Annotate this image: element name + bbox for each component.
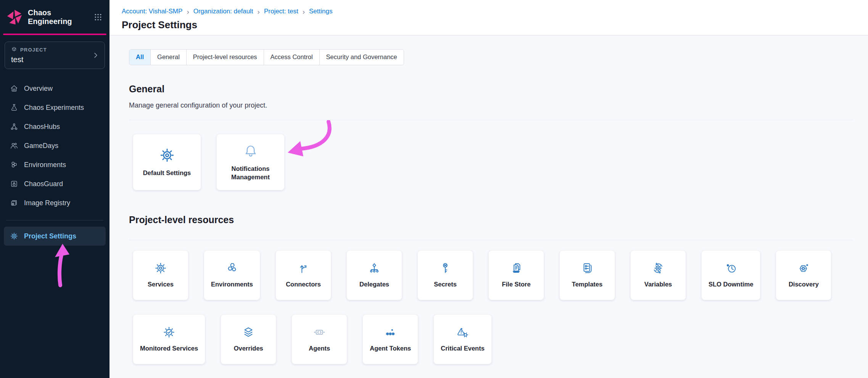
sidebar-item-gamedays[interactable]: GameDays [0,136,110,155]
code-agents-icon [313,326,326,339]
tab-access-control[interactable]: Access Control [264,50,320,65]
sidebar-divider [6,220,103,220]
sidebar-item-label: Project Settings [24,232,76,240]
section-title-resources: Project-level resources [129,214,853,225]
page-header: Account: Vishal-SMP › Organization: defa… [110,0,868,35]
card-label: Delegates [359,280,389,288]
chevron-right-icon[interactable] [92,52,99,59]
card-file-store[interactable]: File Store [488,250,544,300]
breadcrumb-link-project-test[interactable]: Project: test › [264,8,309,15]
tokens-icon [384,326,397,339]
section-title-general: General [129,84,853,95]
sidebar-item-label: GameDays [24,142,58,150]
sidebar-item-image-registry[interactable]: Image Registry [0,193,110,212]
sidebar-item-chaos-experiments[interactable]: Chaos Experiments [0,98,110,117]
section-general: General Manage general configuration of … [129,84,853,190]
card-label: Services [148,280,174,288]
card-variables[interactable]: Variables [630,250,686,300]
card-label: Connectors [286,280,321,288]
services-gear-icon [154,262,167,275]
section-project-level-resources: Project-level resources Services Environ… [129,214,853,364]
card-default-settings[interactable]: Default Settings [133,134,201,190]
file-store-icon [510,262,523,275]
card-label: Variables [644,280,672,288]
breadcrumb: Account: Vishal-SMP › Organization: defa… [122,8,868,15]
general-cards: Default Settings Notifications Managemen… [133,134,853,190]
gear-icon [10,232,18,240]
card-agents[interactable]: Agents [291,314,347,364]
card-notifications-management[interactable]: Notifications Management [216,134,285,190]
hub-icon [10,122,18,131]
bell-icon [243,143,259,159]
connector-icon [297,262,310,275]
section-divider [129,120,853,120]
chevron-separator-icon: › [303,8,305,15]
card-monitored-services[interactable]: Monitored Services [133,314,205,364]
tab-project-level-resources[interactable]: Project-level resources [187,50,264,65]
sidebar-item-label: Image Registry [24,199,70,207]
card-slo-downtime[interactable]: SLO Downtime [701,250,760,300]
project-selector[interactable]: PROJECT test [5,42,105,69]
card-label: Discovery [789,280,819,288]
card-label: File Store [502,280,530,288]
tab-security-and-governance[interactable]: Security and Governance [320,50,404,65]
card-environments[interactable]: Environments [204,250,260,300]
sidebar-item-label: Environments [24,161,66,169]
project-name: test [11,55,98,64]
tab-general[interactable]: General [151,50,187,65]
sidebar-item-environments[interactable]: Environments [0,155,110,174]
breadcrumb-link-organization-default[interactable]: Organization: default › [193,8,264,15]
tab-all[interactable]: All [129,50,151,65]
card-agent-tokens[interactable]: Agent Tokens [362,314,418,364]
card-discovery[interactable]: Discovery [776,250,831,300]
annotation-arrow-up-icon [52,243,72,287]
sidebar-item-project-settings[interactable]: Project Settings [4,227,106,246]
hexagons-icon [225,262,238,275]
card-label: Notifications Management [224,164,277,182]
card-label: Agents [309,344,330,352]
breadcrumb-link-settings[interactable]: Settings › [309,8,332,15]
card-delegates[interactable]: Delegates [346,250,402,300]
project-selector-header: PROJECT [11,47,98,53]
project-label: PROJECT [20,47,47,53]
card-label: Monitored Services [140,344,198,352]
section-subtitle-general: Manage general configuration of your pro… [129,101,853,109]
card-templates[interactable]: Templates [559,250,615,300]
brand-accent-line [3,34,106,35]
card-label: SLO Downtime [709,280,753,288]
card-services[interactable]: Services [133,250,188,300]
sidebar: Chaos Engineering PROJECT test Overview … [0,0,110,378]
card-label: Environments [211,280,253,288]
card-label: Templates [572,280,602,288]
card-label: Agent Tokens [370,344,411,352]
sidebar-item-overview[interactable]: Overview [0,79,110,98]
settings-gear-icon [159,147,175,163]
sidebar-item-chaoshubs[interactable]: ChaosHubs [0,117,110,136]
settings-tabs: All General Project-level resources Acce… [129,49,404,65]
breadcrumb-link-account-vishal-smp[interactable]: Account: Vishal-SMP › [122,8,193,15]
card-critical-events[interactable]: Critical Events [433,314,492,364]
sidebar-item-label: ChaosGuard [24,180,63,188]
harness-logo-icon [6,9,23,26]
module-grid-icon[interactable] [93,13,103,22]
chevron-separator-icon: › [187,8,189,15]
circles-icon [10,161,18,169]
templates-icon [581,262,594,275]
card-secrets[interactable]: Secrets [417,250,473,300]
clock-icon [725,262,738,275]
flask-icon [10,103,18,112]
key-icon [439,262,452,275]
sidebar-item-label: Overview [24,85,53,93]
users-icon [10,142,18,150]
card-label: Overrides [234,344,263,352]
app-title: Chaos Engineering [28,8,89,26]
sidebar-item-label: Chaos Experiments [24,104,84,112]
resource-cards-row1: Services Environments Connectors [133,250,853,300]
content-area: All General Project-level resources Acce… [110,35,868,378]
card-connectors[interactable]: Connectors [275,250,331,300]
sidebar-item-chaosguard[interactable]: ChaosGuard [0,174,110,193]
page-title: Project Settings [122,19,868,31]
card-overrides[interactable]: Overrides [221,314,276,364]
sidebar-nav: Overview Chaos Experiments ChaosHubs Gam… [0,79,110,212]
registry-icon [10,199,18,207]
